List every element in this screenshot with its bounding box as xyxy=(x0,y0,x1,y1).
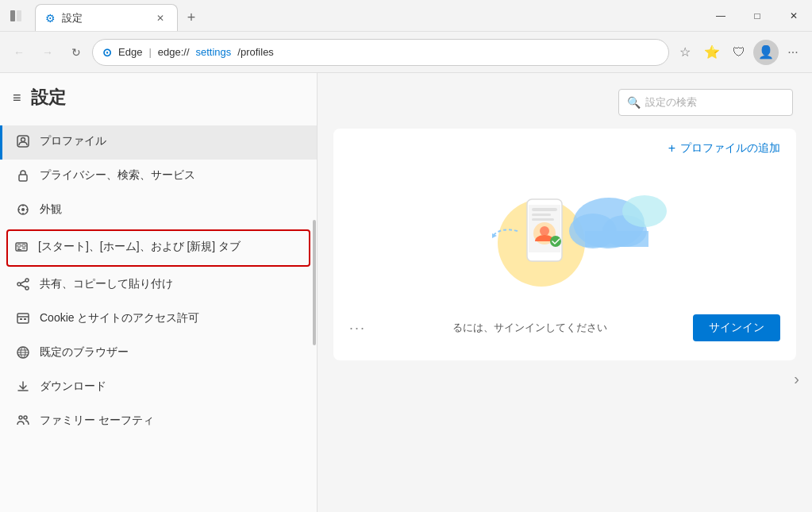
svg-point-32 xyxy=(550,236,561,247)
family-nav-icon xyxy=(16,414,30,431)
sidebar-item-cookies[interactable]: Cookie とサイトのアクセス許可 xyxy=(0,302,317,337)
minimize-button[interactable]: — xyxy=(702,0,739,32)
sidebar-item-share-label: 共有、コピーして貼り付け xyxy=(40,276,173,292)
profile-avatar[interactable]: 👤 xyxy=(753,40,779,65)
settings-search-box[interactable]: 🔍 設定の検索 xyxy=(618,89,793,116)
svg-point-18 xyxy=(24,416,27,419)
svg-rect-15 xyxy=(24,318,26,320)
sidebar-item-appearance[interactable]: 外観 xyxy=(0,194,317,228)
sidebar-item-startup[interactable]: [スタート]、[ホーム]、および [新規] タブ xyxy=(6,229,310,267)
content-area: 🔍 設定の検索 + プロファイルの追加 xyxy=(317,73,812,512)
svg-rect-27 xyxy=(532,208,557,211)
sidebar-item-appearance-label: 外観 xyxy=(40,202,62,218)
address-url-suffix: /profiles xyxy=(237,46,274,58)
scrollbar-track xyxy=(312,125,317,439)
main-layout: ≡ 設定 プロファイル xyxy=(0,73,812,512)
search-bar-area: 🔍 設定の検索 xyxy=(317,73,812,129)
svg-point-6 xyxy=(21,208,25,211)
tab-title: 設定 xyxy=(62,11,147,25)
scrollbar-thumb xyxy=(313,220,316,345)
new-tab-button[interactable]: + xyxy=(178,4,205,31)
expand-chevron-icon[interactable]: › xyxy=(794,370,799,388)
signin-prompt-text: るには、サインインしてください xyxy=(452,321,607,335)
sidebar-item-privacy[interactable]: プライバシー、検索、サービス xyxy=(0,160,317,194)
svg-rect-9 xyxy=(22,244,25,247)
titlebar: ⚙ 設定 ✕ + — □ ✕ xyxy=(0,0,812,32)
forward-button[interactable]: → xyxy=(35,40,60,65)
sidebar-item-startup-label: [スタート]、[ホーム]、および [新規] タブ xyxy=(38,239,241,255)
appearance-nav-icon xyxy=(16,202,30,220)
privacy-nav-icon xyxy=(16,168,30,186)
sidebar-item-downloads-label: ダウンロード xyxy=(40,379,106,395)
sidebar-toggle-button[interactable] xyxy=(0,0,32,31)
svg-point-31 xyxy=(540,226,549,236)
svg-point-12 xyxy=(25,287,29,290)
sidebar-item-default-browser[interactable]: 既定のブラウザー xyxy=(0,337,317,371)
refresh-button[interactable]: ↻ xyxy=(63,40,89,65)
sidebar-item-family-label: ファミリー セーフティ xyxy=(40,413,154,429)
share-nav-icon xyxy=(16,277,30,294)
signin-button[interactable]: サインイン xyxy=(693,314,780,341)
address-bar-input[interactable]: ⊙ Edge | edge://settings/profiles xyxy=(92,39,669,66)
startup-nav-icon xyxy=(14,240,29,257)
hamburger-menu-icon[interactable]: ≡ xyxy=(13,90,21,106)
svg-rect-13 xyxy=(17,314,29,323)
profile-nav-icon xyxy=(16,134,30,152)
profile-section: + プロファイルの追加 xyxy=(333,129,796,360)
collections-icon[interactable]: ⭐ xyxy=(699,40,725,65)
svg-rect-29 xyxy=(532,218,554,221)
default-browser-nav-icon xyxy=(16,345,30,363)
svg-point-11 xyxy=(17,283,21,286)
address-separator: | xyxy=(148,46,151,58)
address-url-prefix: edge:// xyxy=(158,46,190,58)
settings-sidebar: ≡ 設定 プロファイル xyxy=(0,73,317,512)
back-button[interactable]: ← xyxy=(6,40,32,65)
sidebar-item-cookies-label: Cookie とサイトのアクセス許可 xyxy=(40,310,199,326)
tab-settings[interactable]: ⚙ 設定 ✕ xyxy=(35,4,178,31)
favorites-icon[interactable]: ☆ xyxy=(672,40,698,65)
downloads-nav-icon xyxy=(16,379,30,397)
svg-rect-14 xyxy=(20,318,22,320)
search-icon: 🔍 xyxy=(627,96,641,109)
signin-row: ··· るには、サインインしてください サインイン xyxy=(349,308,780,348)
browser-essentials-icon[interactable]: 🛡 xyxy=(726,40,752,65)
address-brand-text: Edge xyxy=(118,46,142,58)
window-controls: — □ ✕ xyxy=(702,0,812,31)
add-profile-plus-icon: + xyxy=(668,141,675,156)
sidebar-item-privacy-label: プライバシー、検索、サービス xyxy=(40,167,195,183)
address-url-path: settings xyxy=(196,46,232,58)
svg-point-10 xyxy=(25,279,29,282)
svg-rect-1 xyxy=(17,10,21,21)
svg-point-3 xyxy=(21,138,25,142)
tab-area: ⚙ 設定 ✕ + xyxy=(32,0,702,31)
tab-close-button[interactable]: ✕ xyxy=(153,11,167,25)
signin-more-button[interactable]: ··· xyxy=(349,320,366,337)
svg-rect-23 xyxy=(585,231,648,247)
sidebar-item-profiles-label: プロファイル xyxy=(40,133,106,149)
maximize-button[interactable]: □ xyxy=(739,0,775,32)
settings-tab-icon: ⚙ xyxy=(45,12,56,25)
svg-rect-28 xyxy=(532,214,551,216)
edge-brand-icon: ⊙ xyxy=(102,46,112,59)
sidebar-header: ≡ 設定 xyxy=(0,86,317,125)
close-button[interactable]: ✕ xyxy=(775,0,812,32)
sidebar-nav: プロファイル プライバシー、検索、サービス xyxy=(0,125,317,439)
sidebar-item-profiles[interactable]: プロファイル xyxy=(0,125,317,160)
more-tools-icon[interactable]: ··· xyxy=(780,40,806,65)
sidebar-item-family[interactable]: ファミリー セーフティ xyxy=(0,405,317,439)
search-placeholder-text: 設定の検索 xyxy=(645,95,697,110)
add-profile-button[interactable]: + プロファイルの追加 xyxy=(349,141,780,162)
svg-rect-4 xyxy=(19,175,27,181)
sidebar-item-share[interactable]: 共有、コピーして貼り付け xyxy=(0,268,317,302)
sidebar-item-downloads[interactable]: ダウンロード xyxy=(0,371,317,405)
svg-rect-8 xyxy=(17,244,21,247)
addressbar: ← → ↻ ⊙ Edge | edge://settings/profiles … xyxy=(0,32,812,73)
toolbar-icons: ☆ ⭐ 🛡 👤 ··· xyxy=(672,40,806,65)
add-profile-label: プロファイルの追加 xyxy=(680,141,780,156)
settings-title: 設定 xyxy=(31,86,66,110)
chevron-row: › xyxy=(317,360,812,398)
svg-point-24 xyxy=(622,195,667,227)
svg-point-17 xyxy=(19,416,22,419)
profile-illustration xyxy=(349,171,780,298)
cookies-nav-icon xyxy=(16,311,30,329)
